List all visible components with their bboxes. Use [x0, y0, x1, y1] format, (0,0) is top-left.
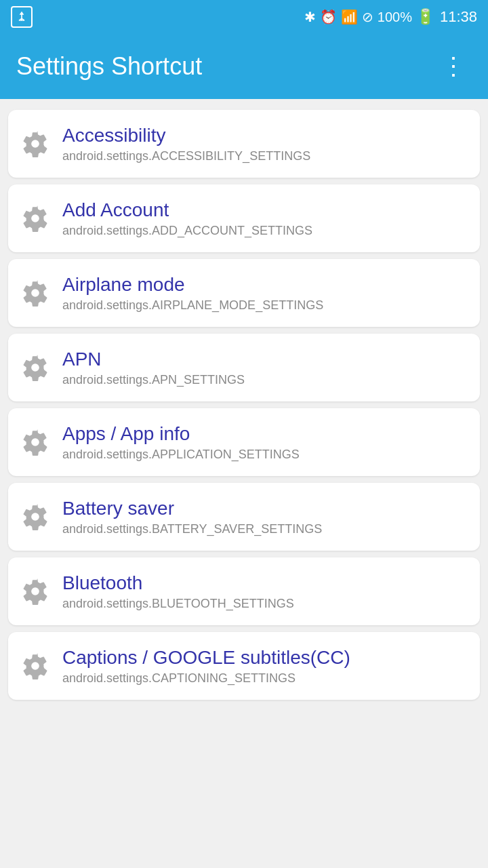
card-subtitle: android.settings.APN_SETTINGS — [62, 373, 245, 387]
card-text-bluetooth: Bluetooth android.settings.BLUETOOTH_SET… — [62, 572, 294, 611]
alarm-icon: ⏰ — [320, 10, 337, 24]
card-title: Accessibility — [62, 125, 310, 146]
card-text-battery-saver: Battery saver android.settings.BATTERY_S… — [62, 498, 322, 536]
status-time: 11:38 — [440, 8, 477, 26]
settings-item-airplane-mode[interactable]: Airplane mode android.settings.AIRPLANE_… — [8, 259, 480, 327]
bluetooth-icon: ✱ — [304, 10, 316, 24]
battery-icon: 🔋 — [416, 9, 434, 24]
usb-icon — [11, 6, 33, 28]
card-subtitle: android.settings.CAPTIONING_SETTINGS — [62, 671, 350, 686]
card-title: Battery saver — [62, 498, 322, 519]
settings-item-apps[interactable]: Apps / App info android.settings.APPLICA… — [8, 408, 480, 476]
app-bar: Settings Shortcut ⋮ — [0, 34, 488, 99]
card-title: Captions / GOOGLE subtitles(CC) — [62, 647, 350, 669]
card-title: APN — [62, 349, 245, 370]
gear-icon — [22, 429, 49, 456]
card-text-add-account: Add Account android.settings.ADD_ACCOUNT… — [62, 199, 312, 238]
status-bar: ✱ ⏰ 📶 ⊘ 100% 🔋 11:38 — [0, 0, 488, 34]
card-title: Add Account — [62, 199, 312, 221]
gear-icon — [22, 354, 49, 381]
settings-item-battery-saver[interactable]: Battery saver android.settings.BATTERY_S… — [8, 483, 480, 551]
settings-item-bluetooth[interactable]: Bluetooth android.settings.BLUETOOTH_SET… — [8, 557, 480, 625]
card-subtitle: android.settings.BATTERY_SAVER_SETTINGS — [62, 522, 322, 536]
battery-label: 100% — [378, 10, 412, 24]
gear-icon — [22, 652, 49, 679]
settings-item-accessibility[interactable]: Accessibility android.settings.ACCESSIBI… — [8, 110, 480, 178]
card-title: Airplane mode — [62, 274, 323, 296]
card-title: Apps / App info — [62, 423, 300, 445]
gear-icon — [22, 503, 49, 530]
card-subtitle: android.settings.APPLICATION_SETTINGS — [62, 448, 300, 462]
settings-item-captions[interactable]: Captions / GOOGLE subtitles(CC) android.… — [8, 632, 480, 700]
card-text-apps: Apps / App info android.settings.APPLICA… — [62, 423, 300, 462]
card-text-accessibility: Accessibility android.settings.ACCESSIBI… — [62, 125, 310, 163]
card-text-captions: Captions / GOOGLE subtitles(CC) android.… — [62, 647, 350, 686]
settings-item-apn[interactable]: APN android.settings.APN_SETTINGS — [8, 334, 480, 401]
gear-icon — [22, 130, 49, 157]
card-subtitle: android.settings.BLUETOOTH_SETTINGS — [62, 597, 294, 611]
card-subtitle: android.settings.ADD_ACCOUNT_SETTINGS — [62, 224, 312, 238]
status-icons: ✱ ⏰ 📶 ⊘ 100% 🔋 — [304, 9, 434, 24]
card-title: Bluetooth — [62, 572, 294, 594]
card-subtitle: android.settings.AIRPLANE_MODE_SETTINGS — [62, 298, 323, 313]
card-text-airplane-mode: Airplane mode android.settings.AIRPLANE_… — [62, 274, 323, 313]
card-text-apn: APN android.settings.APN_SETTINGS — [62, 349, 245, 387]
gear-icon — [22, 205, 49, 232]
overflow-menu-button[interactable]: ⋮ — [436, 49, 472, 84]
gear-icon — [22, 279, 49, 307]
settings-item-add-account[interactable]: Add Account android.settings.ADD_ACCOUNT… — [8, 184, 480, 252]
settings-list: Accessibility android.settings.ACCESSIBI… — [0, 99, 488, 711]
dnd-icon: ⊘ — [362, 10, 373, 24]
card-subtitle: android.settings.ACCESSIBILITY_SETTINGS — [62, 149, 310, 163]
gear-icon — [22, 578, 49, 605]
wifi-icon: 📶 — [341, 10, 358, 24]
app-bar-title: Settings Shortcut — [16, 52, 202, 81]
